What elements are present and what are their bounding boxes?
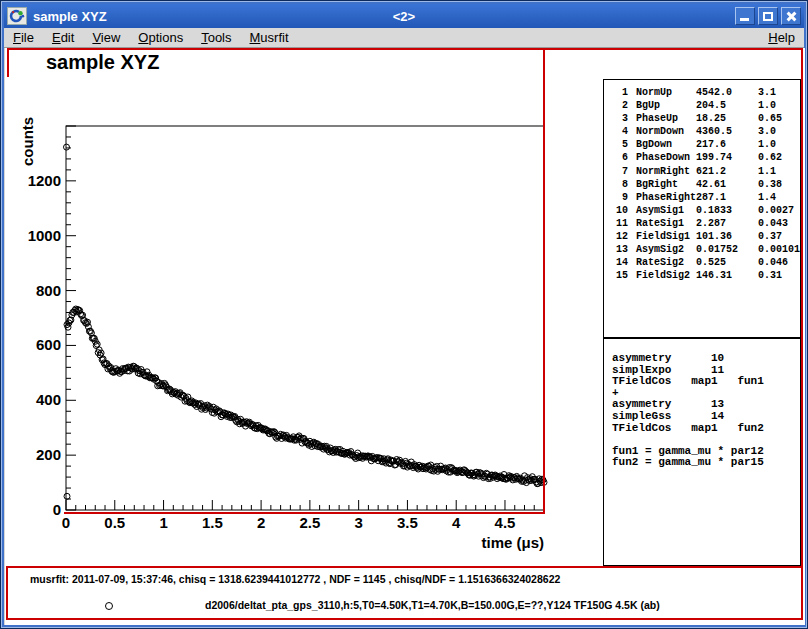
canvas-highlight-left	[7, 48, 9, 77]
maximize-button[interactable]	[758, 7, 778, 25]
parameter-row: 8BgRight42.610.38	[612, 179, 800, 192]
pad-highlight-right	[543, 48, 545, 514]
parameter-row: 5BgDown217.61.0	[612, 139, 800, 152]
parameter-row: 2BgUp204.51.0	[612, 100, 800, 113]
svg-text:1000: 1000	[28, 227, 61, 244]
menu-item-help[interactable]: Help	[759, 29, 804, 46]
theory-text: asymmetry 10 simplExpo 11 TFieldCos map1…	[612, 353, 800, 469]
menubar: FileEditViewOptionsToolsMusrfitHelp	[4, 28, 804, 48]
x-axis-label: time (μs)	[481, 534, 544, 551]
parameter-box[interactable]: 1NormUp4542.03.12BgUp204.51.03PhaseUp18.…	[603, 79, 801, 338]
menu-item-musrfit[interactable]: Musrfit	[241, 29, 298, 46]
app-icon[interactable]	[7, 7, 27, 25]
parameter-row: 12FieldSig1101.360.37	[612, 231, 800, 244]
minimize-button[interactable]	[735, 7, 755, 25]
menu-item-edit[interactable]: Edit	[43, 29, 83, 46]
workspace-indicator: <2>	[4, 9, 804, 24]
fit-info-text: musrfit: 2011-07-09, 15:37:46, chisq = 1…	[30, 573, 560, 585]
menu-item-tools[interactable]: Tools	[192, 29, 240, 46]
menu-item-options[interactable]: Options	[129, 29, 192, 46]
titlebar[interactable]: sample XYZ <2>	[4, 4, 804, 28]
y-axis-label: counts	[19, 117, 36, 166]
svg-text:0.5: 0.5	[104, 514, 125, 531]
svg-text:3.5: 3.5	[397, 514, 418, 531]
close-button[interactable]	[781, 7, 801, 25]
parameter-row: 15FieldSig2146.310.31	[612, 270, 800, 283]
parameter-row: 10AsymSig10.18330.0027	[612, 205, 800, 218]
musrfit-window: sample XYZ <2> FileEditViewOptionsToolsM…	[0, 0, 808, 629]
svg-text:4: 4	[452, 514, 461, 531]
parameter-row: 1NormUp4542.03.1	[612, 87, 800, 100]
svg-text:200: 200	[36, 446, 61, 463]
pad-highlight-bottom	[64, 512, 545, 514]
svg-text:800: 800	[36, 282, 61, 299]
maximize-icon	[763, 12, 773, 21]
svg-text:3: 3	[354, 514, 362, 531]
svg-text:1: 1	[159, 514, 167, 531]
info-pad[interactable]: musrfit: 2011-07-09, 15:37:46, chisq = 1…	[6, 566, 803, 620]
menu-item-file[interactable]: File	[4, 29, 43, 46]
svg-text:0: 0	[62, 514, 70, 531]
parameter-row: 4NormDown4360.53.0	[612, 126, 800, 139]
parameter-row: 11RateSig12.2870.043	[612, 218, 800, 231]
svg-text:4.5: 4.5	[495, 514, 516, 531]
data-points	[64, 144, 548, 499]
svg-text:400: 400	[36, 391, 61, 408]
canvas-highlight-right	[801, 48, 803, 620]
parameter-row: 3PhaseUp18.250.65	[612, 113, 800, 126]
window-title: sample XYZ	[33, 9, 107, 24]
menu-item-view[interactable]: View	[83, 29, 129, 46]
theory-box[interactable]: asymmetry 10 simplExpo 11 TFieldCos map1…	[603, 338, 801, 566]
parameter-row: 7NormRight621.21.1	[612, 166, 800, 179]
svg-text:1200: 1200	[28, 172, 61, 189]
svg-text:0: 0	[53, 501, 61, 518]
root-logo-icon	[9, 9, 25, 23]
svg-text:600: 600	[36, 336, 61, 353]
svg-text:1.5: 1.5	[202, 514, 223, 531]
legend-run-text: d2006/deltat_pta_gps_3110,h:5,T0=4.50K,T…	[205, 599, 660, 611]
svg-text:2.5: 2.5	[299, 514, 320, 531]
canvas-highlight-top	[7, 48, 802, 50]
parameter-row: 6PhaseDown199.740.62	[612, 152, 800, 165]
legend-open-circle-icon	[105, 602, 113, 610]
parameter-row: 13AsymSig20.017520.00101	[612, 244, 800, 257]
minimize-icon	[740, 18, 749, 21]
svg-text:2: 2	[257, 514, 265, 531]
root-canvas[interactable]: sample XYZ 02004006008001000120000.511.5…	[5, 48, 805, 625]
parameter-row: 9PhaseRight287.11.4	[612, 192, 800, 205]
parameter-row: 14RateSig20.5250.046	[612, 257, 800, 270]
